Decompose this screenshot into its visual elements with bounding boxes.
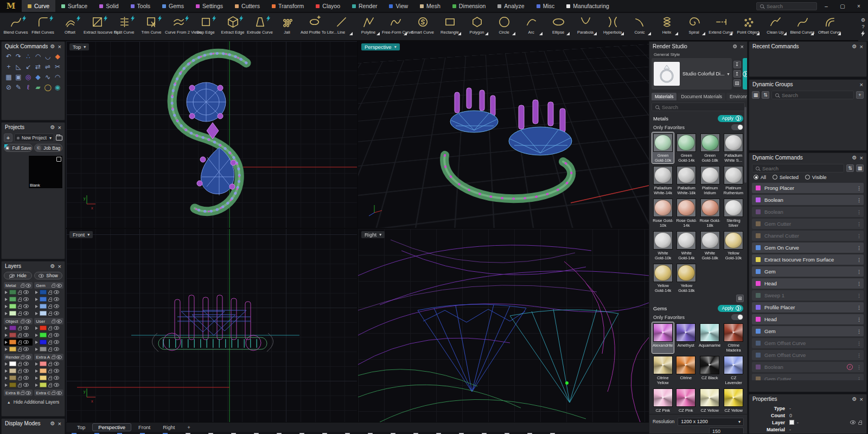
eye-icon[interactable]: [54, 297, 59, 301]
metal-swatch-green-gold-18k[interactable]: Green Gold-18k: [699, 132, 721, 163]
layer-row[interactable]: [34, 374, 63, 381]
perspective-viewport[interactable]: Perspective▾: [358, 41, 649, 228]
layer-color-swatch[interactable]: [9, 304, 16, 309]
metal-swatch-green-gold-14k[interactable]: Green Gold-14k: [675, 132, 697, 163]
layer-row[interactable]: [4, 381, 33, 388]
warning-icon[interactable]: i: [847, 364, 853, 370]
layer-color-swatch[interactable]: [40, 304, 47, 309]
tool-helix[interactable]: Helix: [653, 15, 680, 40]
tool-blend-curves[interactable]: Blend Curves: [789, 15, 816, 40]
sort-icon[interactable]: ⇅: [762, 91, 769, 99]
top-viewport[interactable]: Top▾ yx: [66, 41, 357, 228]
lock-icon[interactable]: [18, 306, 22, 309]
row-menu-icon[interactable]: ⋮: [857, 233, 861, 239]
filter-radio-selected[interactable]: Selected: [773, 175, 799, 180]
library-icon[interactable]: ▤: [733, 79, 741, 87]
menu-item-clayoo[interactable]: Clayoo: [310, 0, 346, 12]
layer-color-swatch[interactable]: [40, 297, 47, 302]
command-row-profile-placer[interactable]: Profile Placer⋮: [752, 302, 864, 312]
expand-triangle-icon[interactable]: [5, 312, 8, 315]
right-viewport[interactable]: Right▾: [358, 229, 649, 422]
command-row-head[interactable]: Head⋮: [752, 278, 864, 289]
gem-flip-icon[interactable]: ◆: [53, 52, 62, 61]
command-row-head[interactable]: Head⋮: [752, 314, 864, 324]
filter-radio-visible[interactable]: Visible: [805, 175, 826, 180]
flyout-triangle-icon[interactable]: [648, 32, 651, 35]
eye-icon[interactable]: [54, 326, 59, 330]
expand-triangle-icon[interactable]: [35, 341, 38, 344]
menu-item-misc[interactable]: Misc: [531, 0, 561, 12]
expand-triangle-icon[interactable]: [35, 327, 38, 330]
hide-icon[interactable]: ⊘: [4, 83, 14, 92]
menu-item-settings[interactable]: Settings: [190, 0, 229, 12]
metal-swatch-white-gold-18k[interactable]: White Gold-18k: [699, 230, 721, 261]
layer-color-swatch[interactable]: [9, 375, 16, 380]
layer-row[interactable]: [34, 303, 63, 310]
layer-row[interactable]: [4, 374, 33, 381]
job-bag-button[interactable]: ⎗Job Bag: [34, 144, 63, 152]
eye-icon[interactable]: [54, 362, 59, 366]
expand-triangle-icon[interactable]: [5, 348, 8, 351]
layer-row[interactable]: [34, 360, 63, 367]
tool-clean-up[interactable]: Clean Up: [762, 15, 789, 40]
expand-triangle-icon[interactable]: [5, 384, 8, 387]
tool-parabola[interactable]: Parabola: [572, 15, 599, 40]
sweep-icon[interactable]: ∿: [43, 73, 53, 81]
tool-extract-isocurve-fr[interactable]: Extract Isocurve Fr...: [84, 15, 111, 40]
row-menu-icon[interactable]: ⋮: [857, 186, 861, 191]
tool-extrude-curve[interactable]: Extrude Curve: [246, 15, 273, 40]
viewport-tab-perspective[interactable]: Perspective: [92, 423, 131, 431]
expand-triangle-icon[interactable]: [5, 362, 8, 366]
close-icon[interactable]: ×: [860, 43, 863, 50]
eye-icon[interactable]: [54, 340, 59, 344]
eye-icon[interactable]: [23, 340, 29, 344]
commands-search-input[interactable]: [762, 165, 840, 171]
favorites-toggle[interactable]: [731, 124, 743, 130]
lock-icon[interactable]: [18, 363, 22, 366]
expand-triangle-icon[interactable]: [35, 376, 38, 380]
row-menu-icon[interactable]: ⋮: [857, 341, 861, 346]
metal-swatch-yellow-gold-10k[interactable]: Yellow Gold-10k: [723, 230, 744, 261]
flip-icon[interactable]: ⇌: [43, 62, 53, 71]
eye-icon[interactable]: [23, 333, 29, 337]
row-menu-icon[interactable]: ⋮: [857, 376, 861, 381]
viewport-tab-front[interactable]: Front: [133, 424, 156, 431]
lock-icon[interactable]: [48, 306, 52, 309]
layer-row[interactable]: [4, 296, 33, 303]
menu-item-surface[interactable]: Surface: [55, 0, 93, 12]
eye-icon[interactable]: [54, 383, 59, 387]
flyout-triangle-icon[interactable]: [702, 32, 705, 35]
gem-swatch-cz-black[interactable]: CZ Black: [698, 355, 721, 386]
add-group-button[interactable]: +: [856, 91, 864, 99]
menu-item-cutters[interactable]: Cutters: [229, 0, 266, 12]
eye-icon[interactable]: [54, 333, 59, 337]
gem-swatch-aquamarine[interactable]: Aquamarine: [698, 322, 721, 353]
lock-icon[interactable]: [18, 385, 22, 387]
layer-color-swatch[interactable]: [9, 361, 16, 366]
layer-group-header[interactable]: Object: [4, 318, 33, 324]
lock-icon[interactable]: [48, 349, 52, 352]
close-icon[interactable]: ×: [860, 155, 863, 161]
bolt-icon[interactable]: [861, 30, 865, 37]
layer-row[interactable]: [4, 324, 33, 331]
lock-icon[interactable]: [48, 363, 52, 366]
metal-swatch-rose-gold-18k[interactable]: Rose Gold-18k: [699, 197, 721, 228]
expand-triangle-icon[interactable]: [35, 369, 38, 373]
metal-swatch-yellow-gold-18k[interactable]: Yellow Gold-18k: [675, 263, 697, 293]
top-viewport-label[interactable]: Top▾: [69, 43, 89, 50]
tool-offset-curve[interactable]: Offset Curve: [816, 15, 843, 40]
tool-point-object[interactable]: Point Object: [735, 15, 762, 40]
front-viewport-label[interactable]: Front▾: [69, 231, 93, 238]
gear-icon[interactable]: ⚙: [861, 17, 865, 23]
gear-icon[interactable]: ⚙: [50, 124, 55, 130]
gem-icon[interactable]: ◆: [33, 73, 43, 81]
tool-curve-from-2-views[interactable]: Curve From 2 Views: [165, 15, 192, 40]
layer-row[interactable]: [34, 324, 63, 331]
eye-icon[interactable]: [23, 326, 29, 330]
tool-line[interactable]: Line: [328, 15, 355, 40]
project-select[interactable]: New Project ▾: [14, 133, 54, 142]
command-row-boolean[interactable]: Boolean⋮: [752, 195, 864, 205]
layer-row[interactable]: [4, 303, 33, 310]
expand-triangle-icon[interactable]: [5, 291, 8, 294]
plane-icon[interactable]: ◺: [14, 62, 23, 71]
